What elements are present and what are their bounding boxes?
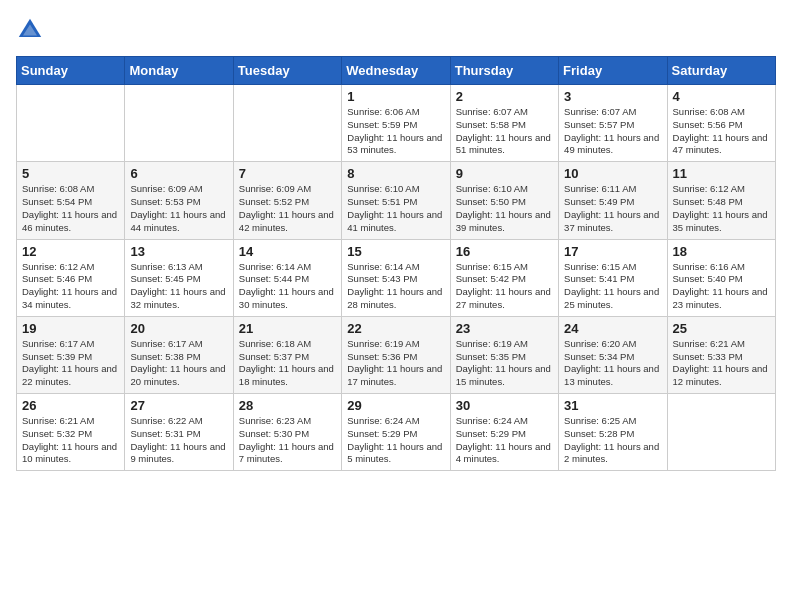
day-number: 19 bbox=[22, 321, 119, 336]
day-number: 5 bbox=[22, 166, 119, 181]
calendar-cell: 9Sunrise: 6:10 AM Sunset: 5:50 PM Daylig… bbox=[450, 162, 558, 239]
calendar-cell: 17Sunrise: 6:15 AM Sunset: 5:41 PM Dayli… bbox=[559, 239, 667, 316]
day-number: 12 bbox=[22, 244, 119, 259]
calendar-week-3: 12Sunrise: 6:12 AM Sunset: 5:46 PM Dayli… bbox=[17, 239, 776, 316]
day-number: 22 bbox=[347, 321, 444, 336]
header-thursday: Thursday bbox=[450, 57, 558, 85]
day-number: 27 bbox=[130, 398, 227, 413]
day-number: 4 bbox=[673, 89, 770, 104]
day-number: 28 bbox=[239, 398, 336, 413]
day-number: 7 bbox=[239, 166, 336, 181]
page-header bbox=[16, 16, 776, 44]
calendar-week-4: 19Sunrise: 6:17 AM Sunset: 5:39 PM Dayli… bbox=[17, 316, 776, 393]
header-tuesday: Tuesday bbox=[233, 57, 341, 85]
day-number: 21 bbox=[239, 321, 336, 336]
calendar-cell: 22Sunrise: 6:19 AM Sunset: 5:36 PM Dayli… bbox=[342, 316, 450, 393]
calendar-cell: 19Sunrise: 6:17 AM Sunset: 5:39 PM Dayli… bbox=[17, 316, 125, 393]
calendar-cell: 30Sunrise: 6:24 AM Sunset: 5:29 PM Dayli… bbox=[450, 394, 558, 471]
calendar-cell: 4Sunrise: 6:08 AM Sunset: 5:56 PM Daylig… bbox=[667, 85, 775, 162]
day-number: 11 bbox=[673, 166, 770, 181]
calendar-cell: 28Sunrise: 6:23 AM Sunset: 5:30 PM Dayli… bbox=[233, 394, 341, 471]
day-number: 3 bbox=[564, 89, 661, 104]
day-info: Sunrise: 6:09 AM Sunset: 5:52 PM Dayligh… bbox=[239, 183, 336, 234]
day-number: 18 bbox=[673, 244, 770, 259]
calendar-header-row: SundayMondayTuesdayWednesdayThursdayFrid… bbox=[17, 57, 776, 85]
day-info: Sunrise: 6:09 AM Sunset: 5:53 PM Dayligh… bbox=[130, 183, 227, 234]
calendar-cell: 11Sunrise: 6:12 AM Sunset: 5:48 PM Dayli… bbox=[667, 162, 775, 239]
calendar-cell: 27Sunrise: 6:22 AM Sunset: 5:31 PM Dayli… bbox=[125, 394, 233, 471]
calendar-cell: 7Sunrise: 6:09 AM Sunset: 5:52 PM Daylig… bbox=[233, 162, 341, 239]
calendar-cell: 16Sunrise: 6:15 AM Sunset: 5:42 PM Dayli… bbox=[450, 239, 558, 316]
calendar-cell: 13Sunrise: 6:13 AM Sunset: 5:45 PM Dayli… bbox=[125, 239, 233, 316]
day-info: Sunrise: 6:14 AM Sunset: 5:44 PM Dayligh… bbox=[239, 261, 336, 312]
calendar-cell: 3Sunrise: 6:07 AM Sunset: 5:57 PM Daylig… bbox=[559, 85, 667, 162]
day-number: 8 bbox=[347, 166, 444, 181]
day-number: 14 bbox=[239, 244, 336, 259]
calendar-cell: 23Sunrise: 6:19 AM Sunset: 5:35 PM Dayli… bbox=[450, 316, 558, 393]
header-friday: Friday bbox=[559, 57, 667, 85]
day-info: Sunrise: 6:19 AM Sunset: 5:35 PM Dayligh… bbox=[456, 338, 553, 389]
day-info: Sunrise: 6:11 AM Sunset: 5:49 PM Dayligh… bbox=[564, 183, 661, 234]
calendar-cell: 21Sunrise: 6:18 AM Sunset: 5:37 PM Dayli… bbox=[233, 316, 341, 393]
day-number: 17 bbox=[564, 244, 661, 259]
calendar-cell: 20Sunrise: 6:17 AM Sunset: 5:38 PM Dayli… bbox=[125, 316, 233, 393]
day-info: Sunrise: 6:24 AM Sunset: 5:29 PM Dayligh… bbox=[456, 415, 553, 466]
calendar-cell: 12Sunrise: 6:12 AM Sunset: 5:46 PM Dayli… bbox=[17, 239, 125, 316]
day-number: 13 bbox=[130, 244, 227, 259]
calendar-cell: 31Sunrise: 6:25 AM Sunset: 5:28 PM Dayli… bbox=[559, 394, 667, 471]
day-info: Sunrise: 6:23 AM Sunset: 5:30 PM Dayligh… bbox=[239, 415, 336, 466]
calendar-cell: 5Sunrise: 6:08 AM Sunset: 5:54 PM Daylig… bbox=[17, 162, 125, 239]
header-sunday: Sunday bbox=[17, 57, 125, 85]
day-number: 2 bbox=[456, 89, 553, 104]
header-wednesday: Wednesday bbox=[342, 57, 450, 85]
day-info: Sunrise: 6:25 AM Sunset: 5:28 PM Dayligh… bbox=[564, 415, 661, 466]
day-info: Sunrise: 6:10 AM Sunset: 5:51 PM Dayligh… bbox=[347, 183, 444, 234]
day-number: 16 bbox=[456, 244, 553, 259]
day-number: 9 bbox=[456, 166, 553, 181]
day-info: Sunrise: 6:15 AM Sunset: 5:42 PM Dayligh… bbox=[456, 261, 553, 312]
day-info: Sunrise: 6:16 AM Sunset: 5:40 PM Dayligh… bbox=[673, 261, 770, 312]
calendar-cell: 26Sunrise: 6:21 AM Sunset: 5:32 PM Dayli… bbox=[17, 394, 125, 471]
calendar-cell: 25Sunrise: 6:21 AM Sunset: 5:33 PM Dayli… bbox=[667, 316, 775, 393]
day-info: Sunrise: 6:07 AM Sunset: 5:57 PM Dayligh… bbox=[564, 106, 661, 157]
logo-icon bbox=[16, 16, 44, 44]
calendar-week-1: 1Sunrise: 6:06 AM Sunset: 5:59 PM Daylig… bbox=[17, 85, 776, 162]
calendar-cell: 1Sunrise: 6:06 AM Sunset: 5:59 PM Daylig… bbox=[342, 85, 450, 162]
day-number: 1 bbox=[347, 89, 444, 104]
day-info: Sunrise: 6:06 AM Sunset: 5:59 PM Dayligh… bbox=[347, 106, 444, 157]
header-saturday: Saturday bbox=[667, 57, 775, 85]
day-number: 6 bbox=[130, 166, 227, 181]
day-number: 23 bbox=[456, 321, 553, 336]
day-number: 30 bbox=[456, 398, 553, 413]
calendar-week-5: 26Sunrise: 6:21 AM Sunset: 5:32 PM Dayli… bbox=[17, 394, 776, 471]
calendar-cell: 29Sunrise: 6:24 AM Sunset: 5:29 PM Dayli… bbox=[342, 394, 450, 471]
day-number: 24 bbox=[564, 321, 661, 336]
day-info: Sunrise: 6:19 AM Sunset: 5:36 PM Dayligh… bbox=[347, 338, 444, 389]
day-info: Sunrise: 6:15 AM Sunset: 5:41 PM Dayligh… bbox=[564, 261, 661, 312]
day-info: Sunrise: 6:17 AM Sunset: 5:38 PM Dayligh… bbox=[130, 338, 227, 389]
day-number: 29 bbox=[347, 398, 444, 413]
day-info: Sunrise: 6:18 AM Sunset: 5:37 PM Dayligh… bbox=[239, 338, 336, 389]
calendar-cell bbox=[233, 85, 341, 162]
calendar-cell: 14Sunrise: 6:14 AM Sunset: 5:44 PM Dayli… bbox=[233, 239, 341, 316]
day-info: Sunrise: 6:10 AM Sunset: 5:50 PM Dayligh… bbox=[456, 183, 553, 234]
day-number: 15 bbox=[347, 244, 444, 259]
day-info: Sunrise: 6:08 AM Sunset: 5:54 PM Dayligh… bbox=[22, 183, 119, 234]
day-number: 10 bbox=[564, 166, 661, 181]
calendar-cell: 10Sunrise: 6:11 AM Sunset: 5:49 PM Dayli… bbox=[559, 162, 667, 239]
day-info: Sunrise: 6:13 AM Sunset: 5:45 PM Dayligh… bbox=[130, 261, 227, 312]
calendar-cell: 18Sunrise: 6:16 AM Sunset: 5:40 PM Dayli… bbox=[667, 239, 775, 316]
calendar-cell bbox=[125, 85, 233, 162]
day-info: Sunrise: 6:21 AM Sunset: 5:32 PM Dayligh… bbox=[22, 415, 119, 466]
calendar-cell: 15Sunrise: 6:14 AM Sunset: 5:43 PM Dayli… bbox=[342, 239, 450, 316]
day-number: 31 bbox=[564, 398, 661, 413]
day-info: Sunrise: 6:24 AM Sunset: 5:29 PM Dayligh… bbox=[347, 415, 444, 466]
day-info: Sunrise: 6:08 AM Sunset: 5:56 PM Dayligh… bbox=[673, 106, 770, 157]
logo bbox=[16, 16, 48, 44]
day-info: Sunrise: 6:17 AM Sunset: 5:39 PM Dayligh… bbox=[22, 338, 119, 389]
calendar-cell: 8Sunrise: 6:10 AM Sunset: 5:51 PM Daylig… bbox=[342, 162, 450, 239]
calendar-table: SundayMondayTuesdayWednesdayThursdayFrid… bbox=[16, 56, 776, 471]
day-info: Sunrise: 6:07 AM Sunset: 5:58 PM Dayligh… bbox=[456, 106, 553, 157]
day-info: Sunrise: 6:22 AM Sunset: 5:31 PM Dayligh… bbox=[130, 415, 227, 466]
day-number: 20 bbox=[130, 321, 227, 336]
